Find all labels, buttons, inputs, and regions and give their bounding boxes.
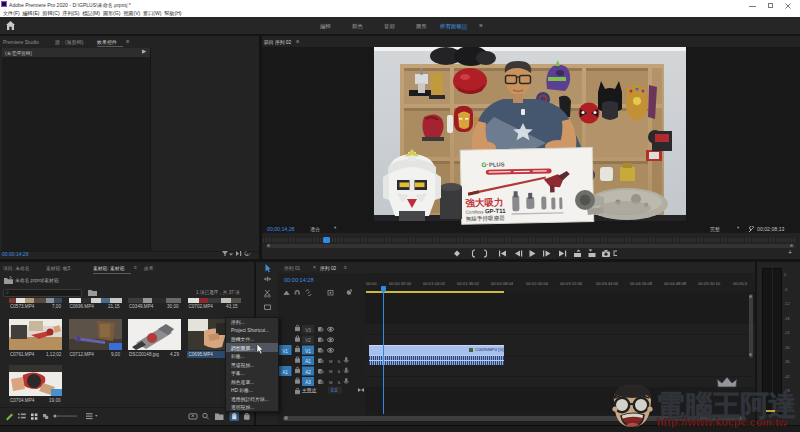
svg-text:Cordless GP-T11: Cordless GP-T11 (465, 208, 506, 215)
svg-text:M: M (329, 359, 333, 364)
svg-text:V2: V2 (305, 338, 311, 343)
svg-text:0.0: 0.0 (331, 388, 338, 393)
svg-text:S: S (338, 380, 341, 385)
svg-text:強大吸力: 強大吸力 (464, 196, 503, 208)
svg-text:S: S (338, 359, 341, 364)
svg-text:V1: V1 (305, 349, 311, 354)
svg-text:A3: A3 (305, 380, 311, 385)
svg-text:主聲道: 主聲道 (302, 387, 317, 393)
svg-text:S: S (338, 369, 341, 374)
svg-text:A1: A1 (305, 359, 311, 364)
svg-text:V1: V1 (282, 349, 288, 354)
svg-text:M: M (329, 380, 333, 385)
svg-text:M: M (329, 369, 333, 374)
svg-text:V3: V3 (305, 328, 311, 333)
svg-text:A2: A2 (305, 370, 311, 375)
svg-text:PLUS: PLUS (489, 161, 505, 167)
svg-text:A1: A1 (282, 370, 288, 375)
